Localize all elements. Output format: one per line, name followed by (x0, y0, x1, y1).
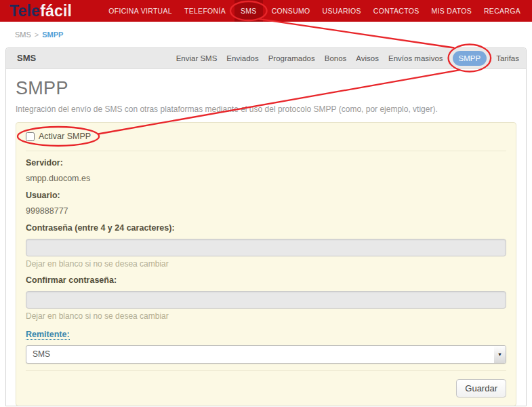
activar-smpp-checkbox[interactable] (26, 132, 35, 141)
nav-item-oficina-virtual[interactable]: OFICINA VIRTUAL (105, 0, 176, 22)
tab-envios-masivos[interactable]: Envíos masivos (388, 54, 443, 62)
divider (26, 370, 506, 371)
user-field-group: Usuario: 999888777 (26, 191, 506, 216)
main-nav: OFICINA VIRTUAL TELEFONÍA SMS CONSUMO US… (102, 0, 532, 22)
tab-list: Enviar SMS Enviados Programados Bonos Av… (167, 51, 526, 66)
server-value: smpp.duocom.es (26, 174, 506, 184)
password-help-text: Dejar en blanco si no se desea cambiar (26, 259, 506, 269)
tab-avisos[interactable]: Avisos (356, 54, 379, 62)
sms-tab-bar: SMS Enviar SMS Enviados Programados Bono… (6, 48, 526, 69)
divider (26, 151, 506, 151)
nav-item-contactos[interactable]: CONTACTOS (370, 0, 423, 22)
tab-programados[interactable]: Programados (268, 54, 315, 62)
nav-item-recarga[interactable]: RECARGA (480, 0, 524, 22)
tab-enviados[interactable]: Enviados (226, 54, 258, 62)
logo-part-tele: Tele (9, 2, 40, 20)
confirm-password-help-text: Dejar en blanco si no se desea cambiar (26, 311, 506, 321)
confirm-password-input[interactable] (26, 291, 506, 309)
tab-smpp[interactable]: SMPP (453, 51, 487, 66)
top-bar: Telefácil OFICINA VIRTUAL TELEFONÍA SMS … (0, 0, 532, 22)
form-actions: Guardar (26, 378, 506, 398)
server-field-group: Servidor: smpp.duocom.es (26, 158, 506, 184)
tab-bonos[interactable]: Bonos (325, 54, 347, 62)
nav-item-usuarios[interactable]: USUARIOS (319, 0, 365, 22)
password-field-group: Contraseña (entre 4 y 24 caracteres): De… (26, 223, 506, 269)
page-title: SMPP (16, 78, 516, 99)
nav-item-consumo[interactable]: CONSUMO (268, 0, 314, 22)
nav-item-telefonia[interactable]: TELEFONÍA (181, 0, 229, 22)
nav-item-sms[interactable]: SMS (234, 0, 263, 22)
breadcrumb-separator: > (35, 31, 39, 39)
smpp-page: SMPP Integración del envío de SMS con ot… (6, 78, 526, 406)
content-container: SMS Enviar SMS Enviados Programados Bono… (5, 47, 527, 406)
confirm-password-label: Confirmar contraseña: (26, 275, 506, 286)
nav-item-mis-datos[interactable]: MIS DATOS (428, 0, 475, 22)
password-label: Contraseña (entre 4 y 24 caracteres): (26, 223, 506, 233)
sender-selected-value: SMS (26, 349, 50, 359)
telefacil-logo[interactable]: Telefácil (0, 0, 72, 22)
sender-label[interactable]: Remitente: (26, 330, 70, 340)
confirm-password-field-group: Confirmar contraseña: Dejar en blanco si… (26, 275, 506, 321)
user-label: Usuario: (26, 191, 506, 201)
logo-part-facil: fácil (40, 2, 72, 20)
section-title: SMS (6, 53, 36, 63)
breadcrumb: SMS > SMPP (0, 22, 532, 47)
page-description: Integración del envío de SMS con otras p… (16, 104, 516, 114)
smpp-form-panel: Activar SMPP Servidor: smpp.duocom.es Us… (16, 122, 516, 406)
user-value: 999888777 (26, 206, 506, 216)
save-button[interactable]: Guardar (456, 379, 506, 398)
activate-smpp-row: Activar SMPP (26, 131, 91, 142)
activar-smpp-label: Activar SMPP (39, 132, 91, 141)
password-input[interactable] (26, 239, 506, 256)
sender-field-group: Remitente: SMS ▼ (26, 328, 506, 364)
tab-enviar-sms[interactable]: Enviar SMS (176, 54, 218, 62)
breadcrumb-current-smpp: SMPP (42, 31, 63, 39)
sender-select[interactable]: SMS ▼ (26, 345, 506, 364)
tab-tarifas[interactable]: Tarifas (496, 54, 519, 62)
breadcrumb-sms-link[interactable]: SMS (15, 31, 31, 39)
select-dropdown-arrow-icon: ▼ (494, 346, 506, 363)
server-label: Servidor: (26, 158, 506, 168)
